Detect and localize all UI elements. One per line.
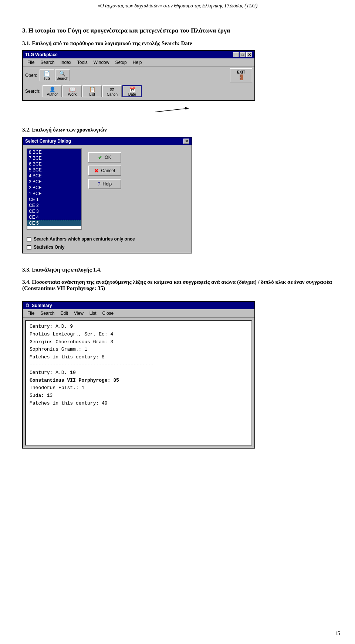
summary-content[interactable]: Century: A.D. 9 Photius Lexicogr., Scr. … xyxy=(25,320,252,446)
help-label: Help xyxy=(103,181,112,187)
century-list[interactable]: 8 BCE 7 BCE 6 BCE 5 BCE 4 BCE 3 BCE 2 BC… xyxy=(27,149,82,230)
checkbox-row-2: Statistics Only xyxy=(27,245,188,250)
tlg-titlebar: TLG Workplace _ □ ✕ xyxy=(23,51,254,58)
tlg-minimize-btn[interactable]: _ xyxy=(233,52,239,57)
list-item[interactable]: CE 2 xyxy=(27,202,81,208)
summary-line-bold: Constantinus VII Porphyroge: 35 xyxy=(30,377,248,385)
summary-line: Georgius Choeroboscus Gram: 3 xyxy=(30,338,248,346)
summary-window-icon: 🗒 xyxy=(25,303,30,308)
summary-menu-view[interactable]: View xyxy=(71,310,87,317)
open-tlg-btn[interactable]: 📄 TLG xyxy=(40,69,54,81)
list-item[interactable]: CE 3 xyxy=(27,208,81,214)
tlg-maximize-btn[interactable]: □ xyxy=(240,52,246,57)
search-work-btn[interactable]: 📖 Work xyxy=(62,85,82,97)
summary-line: Suda: 13 xyxy=(30,392,248,400)
menu-window[interactable]: Window xyxy=(91,59,112,66)
dialog-footer: Search Authors which span centuries only… xyxy=(23,234,192,253)
menu-search[interactable]: Search xyxy=(37,59,57,66)
subsection31-title: 3.1. Επιλογή από το παράθυρο του λογισμι… xyxy=(22,40,333,47)
checkbox-row-1: Search Authors which span centuries only… xyxy=(27,236,188,242)
list-item[interactable]: 6 BCE xyxy=(27,161,81,167)
dialog-close-btn[interactable]: ✕ xyxy=(183,139,189,144)
tlg-titlebar-buttons: _ □ ✕ xyxy=(233,52,252,57)
help-button[interactable]: ? Help xyxy=(88,179,121,189)
subsection33-title: 3.3. Επανάληψη της επιλογής 1.4. xyxy=(22,267,333,273)
summary-line: Matches in this century: 49 xyxy=(30,400,248,408)
cancel-icon: ✖ xyxy=(94,168,99,174)
list-item[interactable]: 1 BCE xyxy=(27,191,81,197)
summary-window: 🗒 Summary File Search Edit View List Clo… xyxy=(22,301,255,449)
summary-line: Matches in this century: 8 xyxy=(30,354,248,361)
tlg-open-toolbar: Open: 📄 TLG 🔍 Search EXIT 🚪 xyxy=(23,67,254,84)
list-item[interactable]: 5 BCE xyxy=(27,167,81,173)
cancel-label: Cancel xyxy=(101,168,115,173)
section3-title: 3. Η ιστορία του Γύγη σε προγενέστερα κα… xyxy=(22,27,333,34)
dialog-titlebar: Select Century Dialog ✕ xyxy=(23,137,192,145)
list-item[interactable]: 7 BCE xyxy=(27,155,81,161)
summary-menu-close[interactable]: Close xyxy=(99,310,117,317)
summary-menu-edit[interactable]: Edit xyxy=(57,310,71,317)
summary-menu-search[interactable]: Search xyxy=(37,310,57,317)
search-list-btn[interactable]: 📋 List xyxy=(82,85,102,97)
cancel-button[interactable]: ✖ Cancel xyxy=(88,166,121,176)
svg-marker-1 xyxy=(185,107,189,110)
svg-line-0 xyxy=(155,108,189,112)
list-item[interactable]: CE 5 xyxy=(27,220,81,226)
search-date-btn[interactable]: 📅 Date xyxy=(122,85,142,97)
summary-titlebar: 🗒 Summary xyxy=(23,302,254,309)
summary-title: Summary xyxy=(32,303,52,308)
ok-icon: ✔ xyxy=(98,154,102,160)
open-search-btn[interactable]: 🔍 Search xyxy=(55,69,70,81)
summary-line: Century: A.D. 10 xyxy=(30,369,248,377)
list-item[interactable]: 3 BCE xyxy=(27,179,81,185)
summary-line: Photius Lexicogr., Scr. Ec: 4 xyxy=(30,331,248,338)
page-number: 15 xyxy=(335,630,340,637)
summary-line: Theodorus Epist.: 1 xyxy=(30,384,248,392)
summary-separator: ----------------------------------------… xyxy=(30,361,248,369)
ok-button[interactable]: ✔ OK xyxy=(88,152,121,163)
subsection34-title: 3.4. Ποσοστιαία ανάκτηση της αναζητούμεν… xyxy=(22,279,333,292)
search-author-btn[interactable]: 👤 Author xyxy=(43,85,62,97)
summary-menu-file[interactable]: File xyxy=(24,310,37,317)
dialog-body: 8 BCE 7 BCE 6 BCE 5 BCE 4 BCE 3 BCE 2 BC… xyxy=(23,145,192,234)
tlg-search-toolbar: Search: 👤 Author 📖 Work 📋 List ⚖ Canon 📅… xyxy=(23,84,254,100)
subsection32-title: 3.2. Επιλογή όλων των χρονολογιών xyxy=(22,127,333,133)
page-header: «Ο άρχοντας των δαχτυλιδιών» στον Θησαυρ… xyxy=(0,0,355,12)
list-item[interactable]: 8 BCE xyxy=(27,149,81,155)
search-canon-btn[interactable]: ⚖ Canon xyxy=(102,85,122,97)
summary-line: Century: A.D. 9 xyxy=(30,323,248,331)
menu-tools[interactable]: Tools xyxy=(74,59,91,66)
list-item[interactable]: CE 1 xyxy=(27,197,81,202)
search-label: Search: xyxy=(25,89,40,94)
open-label: Open: xyxy=(25,73,37,78)
dialog-title: Select Century Dialog xyxy=(25,139,71,144)
select-century-dialog: Select Century Dialog ✕ 8 BCE 7 BCE 6 BC… xyxy=(22,137,192,253)
checkbox-2[interactable] xyxy=(27,245,31,250)
checkbox-2-label: Statistics Only xyxy=(34,245,64,250)
exit-btn[interactable]: EXIT 🚪 xyxy=(230,68,252,82)
list-item[interactable]: CE 4 xyxy=(27,214,81,220)
tlg-workplace-window: TLG Workplace _ □ ✕ File Search Index To… xyxy=(22,50,255,101)
summary-line: Sophronius Gramm.: 1 xyxy=(30,346,248,354)
checkbox-1-label: Search Authors which span centuries only… xyxy=(34,236,135,242)
menu-file[interactable]: File xyxy=(24,59,37,66)
menu-index[interactable]: Index xyxy=(57,59,74,66)
header-text: «Ο άρχοντας των δαχτυλιδιών» στον Θησαυρ… xyxy=(98,3,258,8)
checkbox-1[interactable] xyxy=(27,237,31,242)
list-item[interactable]: 2 BCE xyxy=(27,185,81,191)
help-icon: ? xyxy=(98,181,101,187)
tlg-title: TLG Workplace xyxy=(25,52,58,57)
summary-menubar: File Search Edit View List Close xyxy=(23,309,254,318)
dialog-buttons: ✔ OK ✖ Cancel ? Help xyxy=(88,149,121,230)
ok-label: OK xyxy=(105,155,111,160)
menu-setup[interactable]: Setup xyxy=(112,59,129,66)
list-item[interactable]: 4 BCE xyxy=(27,173,81,179)
tlg-close-btn[interactable]: ✕ xyxy=(246,52,252,57)
summary-menu-list[interactable]: List xyxy=(87,310,99,317)
tlg-menubar: File Search Index Tools Window Setup Hel… xyxy=(23,58,254,67)
menu-help[interactable]: Help xyxy=(130,59,145,66)
arrow-annotation xyxy=(152,105,333,121)
arrow-svg xyxy=(152,105,196,119)
